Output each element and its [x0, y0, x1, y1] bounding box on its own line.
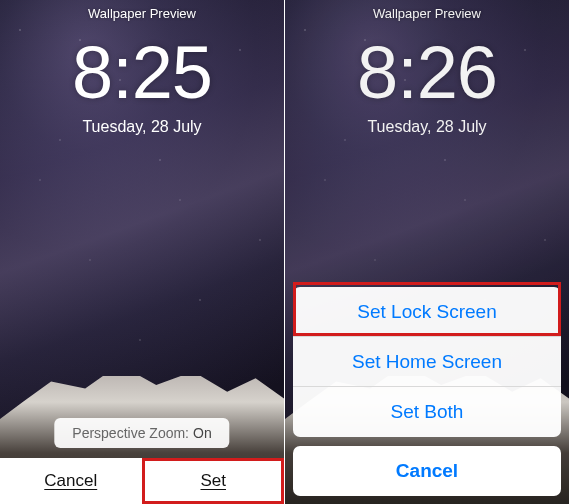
set-button[interactable]: Set — [143, 458, 285, 504]
perspective-zoom-toggle[interactable]: Perspective Zoom: On — [54, 418, 229, 448]
toolbar: Cancel Set — [0, 458, 284, 504]
action-sheet: Set Lock Screen Set Home Screen Set Both… — [293, 287, 561, 496]
wallpaper-preview-right: Wallpaper Preview 8:26 Tuesday, 28 July … — [285, 0, 569, 504]
perspective-label: Perspective Zoom: — [72, 425, 189, 441]
lockscreen-date: Tuesday, 28 July — [0, 118, 284, 136]
set-home-screen-button[interactable]: Set Home Screen — [293, 337, 561, 387]
set-both-button[interactable]: Set Both — [293, 387, 561, 437]
set-lock-screen-button[interactable]: Set Lock Screen — [293, 287, 561, 337]
action-sheet-group: Set Lock Screen Set Home Screen Set Both — [293, 287, 561, 437]
cancel-button[interactable]: Cancel — [293, 446, 561, 496]
lockscreen-clock: 8:25 — [0, 30, 284, 115]
wallpaper-preview-left: Wallpaper Preview 8:25 Tuesday, 28 July … — [0, 0, 284, 504]
perspective-value: On — [193, 425, 212, 441]
cancel-button[interactable]: Cancel — [0, 458, 143, 504]
page-title: Wallpaper Preview — [0, 6, 284, 21]
